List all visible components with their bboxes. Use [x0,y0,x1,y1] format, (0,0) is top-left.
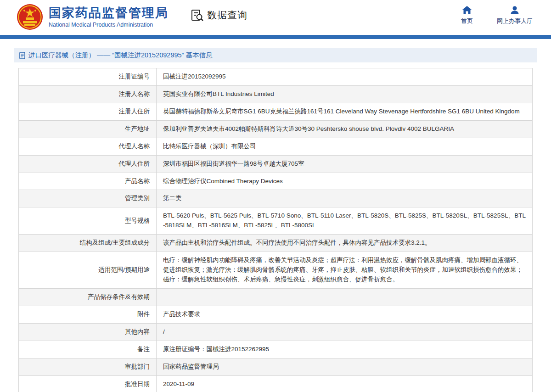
nav-home-label: 首页 [461,17,473,25]
row-label: 注册人住所 [19,103,157,120]
row-value: 产品技术要求 [157,306,533,323]
row-label: 审批部门 [19,358,157,375]
table-row: 型号规格 BTL-5620 Puls、BTL-5625 Puls、BTL-571… [19,207,533,235]
row-value: 2020-11-09 [157,375,533,392]
home-icon [462,6,472,15]
table-row: 产品储存条件及有效期 [19,288,533,306]
row-label: 适用范围/预期用途 [19,252,157,289]
row-value: 比特乐医疗器械（深圳）有限公司 [157,138,533,155]
row-label: 批准日期 [19,375,157,392]
data-query-icon [191,8,204,22]
nav-service-hall-label: 网上办事大厅 [497,17,533,25]
row-label: 型号规格 [19,207,157,235]
table-row: 注册人名称 英国实业有限公司BTL Industries Limited [19,85,533,103]
table-row: 代理人名称 比特乐医疗器械（深圳）有限公司 [19,138,533,155]
row-value: 原注册证编号：国械注进20152262995 [157,341,533,358]
national-emblem-icon [17,4,43,30]
top-nav: 首页 网上办事大厅 [461,6,533,25]
row-value: 保加利亚普罗夫迪夫市4002帕斯特斯科肖诗大道30号30 Peshtersko … [157,120,533,138]
row-value: 深圳市福田区福田街道福华一路98号卓越大厦705室 [157,155,533,173]
row-value: 英国赫特福德郡斯蒂文尼奇市SG1 6BU克莱福兰德路161号161 Clevel… [157,103,533,120]
document-icon [19,52,26,59]
table-row: 产品名称 综合物理治疗仪Combined Therapy Devices [19,173,533,190]
data-query-label: 数据查询 [207,9,247,22]
row-label: 产品名称 [19,173,157,190]
row-value: 国械注进20152092995 [157,68,533,86]
table-row: 结构及组成/主要组成成分 该产品由主机和治疗头配件组成。不同疗法使用不同治疗头配… [19,235,533,252]
row-label: 注册人名称 [19,85,157,103]
row-label: 管理类别 [19,190,157,207]
row-label: 结构及组成/主要组成成分 [19,235,157,252]
table-row: 生产地址 保加利亚普罗夫迪夫市4002帕斯特斯科肖诗大道30号30 Peshte… [19,120,533,138]
row-value: 英国实业有限公司BTL Industries Limited [157,85,533,103]
table-row: 适用范围/预期用途 电疗：缓解神经肌内功能障碍及疼痛，改善关节活动及炎症；超声疗… [19,252,533,289]
row-label: 备注 [19,341,157,358]
table-row: 其他内容 / [19,323,533,341]
header-divider-bar [0,35,551,39]
registration-table-wrap: 注册证编号 国械注进20152092995 注册人名称 英国实业有限公司BTL … [14,62,537,392]
row-label: 其他内容 [19,323,157,341]
page-title: 进口医疗器械（注册） —— “国械注进20152092995” 基本信息 [28,51,212,60]
brand[interactable]: 国家药品监督管理局 National Medical Products Admi… [17,4,169,30]
registration-table-body: 注册证编号 国械注进20152092995 注册人名称 英国实业有限公司BTL … [19,68,533,392]
table-row: 批准日期 2020-11-09 [19,375,533,392]
row-value: BTL-5620 Puls、BTL-5625 Puls、BTL-5710 Son… [157,207,533,235]
table-row: 注册证编号 国械注进20152092995 [19,68,533,86]
row-value: 国家药品监督管理局 [157,358,533,375]
user-icon [510,6,520,15]
row-label: 产品储存条件及有效期 [19,288,157,306]
row-value [157,288,533,306]
table-row: 审批部门 国家药品监督管理局 [19,358,533,375]
row-label: 注册证编号 [19,68,157,86]
nav-home[interactable]: 首页 [461,6,473,25]
main-content: 进口医疗器械（注册） —— “国械注进20152092995” 基本信息 注册证… [0,39,551,392]
page-title-bar: 进口医疗器械（注册） —— “国械注进20152092995” 基本信息 [14,48,537,62]
row-value: 第二类 [157,190,533,207]
registration-table: 注册证编号 国械注进20152092995 注册人名称 英国实业有限公司BTL … [18,68,533,392]
row-value: 该产品由主机和治疗头配件组成。不同疗法使用不同治疗头配件，具体内容见产品技术要求… [157,235,533,252]
row-value: / [157,323,533,341]
row-value: 综合物理治疗仪Combined Therapy Devices [157,173,533,190]
row-label: 代理人名称 [19,138,157,155]
site-header: 国家药品监督管理局 National Medical Products Admi… [0,0,551,35]
row-label: 附件 [19,306,157,323]
table-row: 注册人住所 英国赫特福德郡斯蒂文尼奇市SG1 6BU克莱福兰德路161号161 … [19,103,533,120]
table-row: 代理人住所 深圳市福田区福田街道福华一路98号卓越大厦705室 [19,155,533,173]
table-row: 备注 原注册证编号：国械注进20152262995 [19,341,533,358]
row-label: 生产地址 [19,120,157,138]
table-row: 附件 产品技术要求 [19,306,533,323]
row-value: 电疗：缓解神经肌内功能障碍及疼痛，改善关节活动及炎症；超声疗法：利用温热效应，缓… [157,252,533,289]
row-label: 代理人住所 [19,155,157,173]
org-name-en: National Medical Products Administration [49,22,169,28]
data-query-section[interactable]: 数据查询 [191,8,247,22]
org-name-cn: 国家药品监督管理局 [49,6,169,20]
nav-service-hall[interactable]: 网上办事大厅 [497,6,533,25]
table-row: 管理类别 第二类 [19,190,533,207]
